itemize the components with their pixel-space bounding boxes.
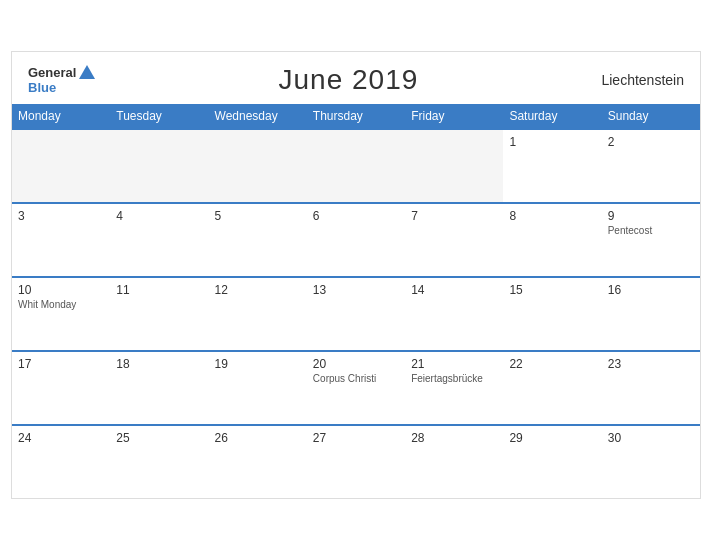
- day-cell: 16: [602, 278, 700, 350]
- holiday-name: Whit Monday: [18, 299, 104, 310]
- day-number: 4: [116, 209, 202, 223]
- holiday-name: Pentecost: [608, 225, 694, 236]
- day-cell: 19: [209, 352, 307, 424]
- holiday-name: Corpus Christi: [313, 373, 399, 384]
- day-number: 28: [411, 431, 497, 445]
- day-cell: 13: [307, 278, 405, 350]
- day-cell: 30: [602, 426, 700, 498]
- day-number: 14: [411, 283, 497, 297]
- day-cell: 22: [503, 352, 601, 424]
- day-number: 9: [608, 209, 694, 223]
- week-row-5: 24252627282930: [12, 424, 700, 498]
- day-cell: [307, 130, 405, 202]
- day-cell: 23: [602, 352, 700, 424]
- day-number: 21: [411, 357, 497, 371]
- day-header-thursday: Thursday: [307, 104, 405, 128]
- day-header-wednesday: Wednesday: [209, 104, 307, 128]
- calendar-title: June 2019: [279, 64, 419, 96]
- calendar-body: 123456789Pentecost10Whit Monday111213141…: [12, 128, 700, 498]
- day-number: 18: [116, 357, 202, 371]
- day-number: 19: [215, 357, 301, 371]
- day-number: 1: [509, 135, 595, 149]
- day-number: 11: [116, 283, 202, 297]
- day-cell: 14: [405, 278, 503, 350]
- week-row-2: 3456789Pentecost: [12, 202, 700, 276]
- week-row-1: 12: [12, 128, 700, 202]
- logo: General Blue: [28, 65, 95, 95]
- day-cell: [405, 130, 503, 202]
- day-number: 30: [608, 431, 694, 445]
- day-cell: 7: [405, 204, 503, 276]
- day-cell: 1: [503, 130, 601, 202]
- day-cell: 20Corpus Christi: [307, 352, 405, 424]
- calendar-grid: MondayTuesdayWednesdayThursdayFridaySatu…: [12, 104, 700, 498]
- day-cell: [110, 130, 208, 202]
- day-cell: 26: [209, 426, 307, 498]
- day-number: 27: [313, 431, 399, 445]
- day-cell: 2: [602, 130, 700, 202]
- day-cell: 17: [12, 352, 110, 424]
- day-number: 15: [509, 283, 595, 297]
- day-cell: 12: [209, 278, 307, 350]
- day-header-tuesday: Tuesday: [110, 104, 208, 128]
- day-number: 7: [411, 209, 497, 223]
- logo-text: General Blue: [28, 65, 95, 95]
- holiday-name: Feiertagsbrücke: [411, 373, 497, 384]
- logo-blue-text: Blue: [28, 81, 95, 95]
- day-cell: 24: [12, 426, 110, 498]
- calendar-country: Liechtenstein: [601, 72, 684, 88]
- day-cell: 4: [110, 204, 208, 276]
- day-cell: 15: [503, 278, 601, 350]
- day-number: 6: [313, 209, 399, 223]
- day-cell: [12, 130, 110, 202]
- day-number: 16: [608, 283, 694, 297]
- day-number: 5: [215, 209, 301, 223]
- day-cell: 3: [12, 204, 110, 276]
- day-cell: 6: [307, 204, 405, 276]
- day-number: 8: [509, 209, 595, 223]
- logo-general-text: General: [28, 66, 76, 80]
- day-header-friday: Friday: [405, 104, 503, 128]
- week-row-3: 10Whit Monday111213141516: [12, 276, 700, 350]
- day-number: 26: [215, 431, 301, 445]
- day-cell: 27: [307, 426, 405, 498]
- day-cell: 29: [503, 426, 601, 498]
- day-header-saturday: Saturday: [503, 104, 601, 128]
- day-number: 23: [608, 357, 694, 371]
- day-cell: 18: [110, 352, 208, 424]
- day-number: 10: [18, 283, 104, 297]
- day-number: 13: [313, 283, 399, 297]
- day-cell: 8: [503, 204, 601, 276]
- day-cell: 11: [110, 278, 208, 350]
- day-number: 20: [313, 357, 399, 371]
- day-cell: 28: [405, 426, 503, 498]
- day-cell: 5: [209, 204, 307, 276]
- calendar-header: General Blue June 2019 Liechtenstein: [12, 52, 700, 104]
- logo-triangle-icon: [79, 65, 95, 79]
- day-number: 24: [18, 431, 104, 445]
- day-cell: [209, 130, 307, 202]
- day-cell: 21Feiertagsbrücke: [405, 352, 503, 424]
- week-row-4: 17181920Corpus Christi21Feiertagsbrücke2…: [12, 350, 700, 424]
- day-number: 2: [608, 135, 694, 149]
- day-cell: 10Whit Monday: [12, 278, 110, 350]
- day-headers: MondayTuesdayWednesdayThursdayFridaySatu…: [12, 104, 700, 128]
- calendar: General Blue June 2019 Liechtenstein Mon…: [11, 51, 701, 499]
- day-cell: 25: [110, 426, 208, 498]
- day-cell: 9Pentecost: [602, 204, 700, 276]
- day-number: 17: [18, 357, 104, 371]
- day-number: 12: [215, 283, 301, 297]
- day-number: 22: [509, 357, 595, 371]
- day-number: 25: [116, 431, 202, 445]
- day-number: 29: [509, 431, 595, 445]
- day-number: 3: [18, 209, 104, 223]
- day-header-monday: Monday: [12, 104, 110, 128]
- day-header-sunday: Sunday: [602, 104, 700, 128]
